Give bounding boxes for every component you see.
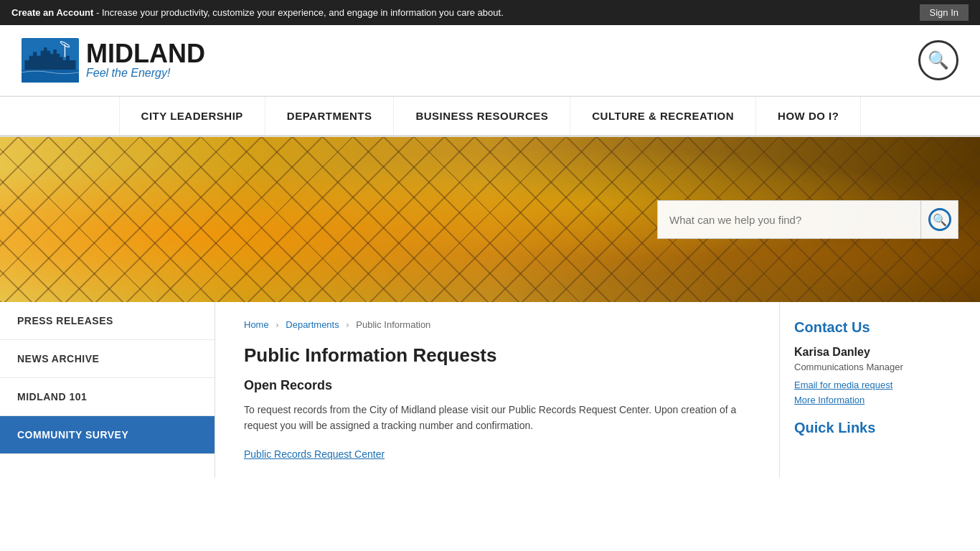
- hero-section: 🔍: [0, 137, 980, 302]
- search-circle-icon: 🔍: [928, 208, 951, 231]
- contact-role: Communications Manager: [794, 362, 966, 372]
- city-name: MIDLAND: [86, 41, 205, 67]
- logo-area[interactable]: MIDLAND Feel the Energy!: [22, 35, 205, 85]
- content-body-text: To request records from the City of Midl…: [244, 402, 750, 434]
- nav-departments[interactable]: DEPARTMENTS: [265, 97, 395, 135]
- breadcrumb-home[interactable]: Home: [244, 319, 269, 330]
- breadcrumb: Home › Departments › Public Information: [244, 319, 750, 330]
- sidebar-item-news-archive[interactable]: NEWS ARCHIVE: [0, 340, 215, 378]
- top-banner: Create an Account - Increase your produc…: [0, 0, 980, 25]
- hero-search-button[interactable]: 🔍: [920, 201, 958, 238]
- sidebar-item-community-survey[interactable]: COMMUNITY SURVEY: [0, 416, 215, 454]
- more-information-link[interactable]: More Information: [794, 395, 966, 405]
- nav-city-leadership[interactable]: CITY LEADERSHIP: [119, 97, 265, 135]
- breadcrumb-current: Public Information: [356, 319, 430, 330]
- contact-us-title: Contact Us: [794, 319, 966, 336]
- contact-name: Karisa Danley: [794, 346, 966, 359]
- header: MIDLAND Feel the Energy! 🔍: [0, 25, 980, 96]
- public-records-link[interactable]: Public Records Request Center: [244, 448, 385, 460]
- header-search-button[interactable]: 🔍: [918, 40, 958, 80]
- breadcrumb-separator-2: ›: [346, 319, 349, 330]
- nav-how-do-i[interactable]: HOW DO I?: [756, 97, 861, 135]
- logo-icon: [22, 35, 79, 85]
- sign-in-button[interactable]: Sign In: [920, 4, 969, 21]
- sidebar-item-midland-101[interactable]: MIDLAND 101: [0, 378, 215, 416]
- content-wrapper: PRESS RELEASES NEWS ARCHIVE MIDLAND 101 …: [0, 302, 980, 478]
- breadcrumb-departments[interactable]: Departments: [286, 319, 339, 330]
- breadcrumb-separator-1: ›: [275, 319, 278, 330]
- search-icon: 🔍: [928, 50, 949, 70]
- email-media-request-link[interactable]: Email for media request: [794, 380, 966, 390]
- sidebar-item-press-releases[interactable]: PRESS RELEASES: [0, 302, 215, 340]
- section-title-open-records: Open Records: [244, 378, 750, 393]
- logo-text: MIDLAND Feel the Energy!: [86, 41, 205, 80]
- main-navigation: CITY LEADERSHIP DEPARTMENTS BUSINESS RES…: [0, 96, 980, 137]
- hero-search-input[interactable]: [658, 204, 920, 236]
- banner-suffix: - Increase your productivity, customize …: [93, 7, 503, 18]
- banner-text: Create an Account - Increase your produc…: [11, 7, 504, 18]
- city-tagline: Feel the Energy!: [86, 67, 205, 80]
- quick-links-title: Quick Links: [794, 420, 966, 436]
- right-sidebar: Contact Us Karisa Danley Communications …: [779, 302, 980, 478]
- svg-rect-4: [22, 70, 79, 83]
- left-sidebar: PRESS RELEASES NEWS ARCHIVE MIDLAND 101 …: [0, 302, 215, 478]
- nav-business-resources[interactable]: BUSINESS RESOURCES: [394, 97, 570, 135]
- hero-search-bar: 🔍: [657, 200, 958, 239]
- nav-culture-recreation[interactable]: CULTURE & RECREATION: [570, 97, 756, 135]
- page-title: Public Information Requests: [244, 344, 750, 367]
- main-content: Home › Departments › Public Information …: [215, 302, 779, 478]
- create-account-strong[interactable]: Create an Account: [11, 7, 93, 18]
